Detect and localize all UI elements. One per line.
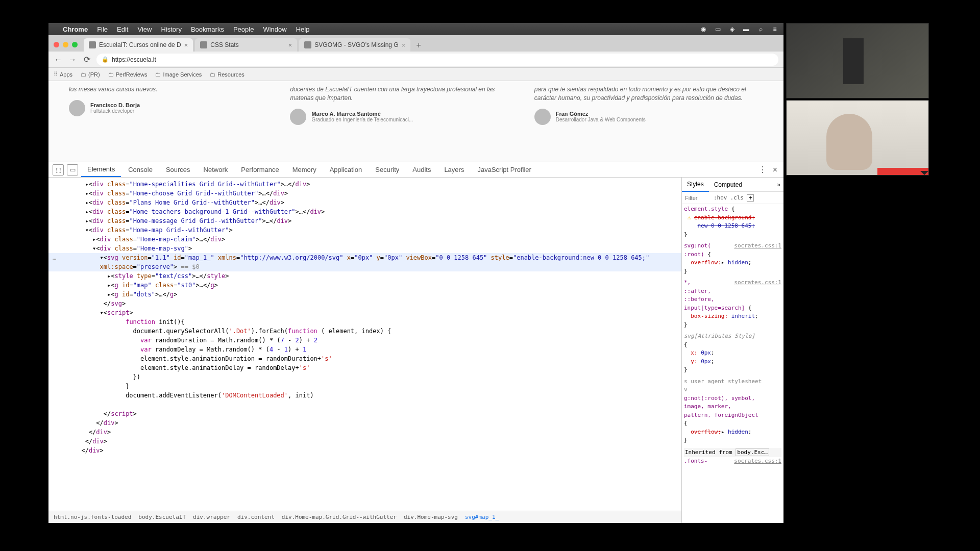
dropdown-arrow-icon [920, 171, 928, 175]
menu-bookmarks[interactable]: Bookmarks [191, 26, 224, 33]
hov-toggle[interactable]: :hov [714, 194, 727, 201]
crumb[interactable]: div.wrapper [193, 514, 230, 520]
bookmark-folder[interactable]: 🗀Image Services [155, 71, 202, 78]
devtools-panel: ⬚ ▭ Elements Console Sources Network Per… [48, 162, 783, 523]
favicon [89, 41, 96, 48]
tab-security[interactable]: Security [369, 163, 405, 177]
css-rules[interactable]: element.style { ⚠ enable-background: new… [682, 204, 783, 523]
battery-icon[interactable]: ▬ [743, 26, 750, 33]
device-toolbar-icon[interactable]: ▭ [67, 164, 78, 176]
bookmarks-bar: ⠿Apps 🗀(PR) 🗀PerfReviews 🗀Image Services… [48, 68, 783, 81]
crumb-active[interactable]: svg#map_1_ [465, 514, 499, 520]
devtools-menu-icon[interactable]: ⋮ [755, 165, 770, 174]
status-icon: ◉ [700, 26, 707, 33]
tab-elements[interactable]: Elements [81, 162, 121, 177]
reload-button[interactable]: ⟳ [82, 55, 91, 64]
macos-menubar: Chrome File Edit View History Bookmarks … [48, 23, 783, 35]
author-role: Fullstack developer [90, 108, 140, 114]
menu-window[interactable]: Window [263, 26, 286, 33]
tab-performance[interactable]: Performance [235, 163, 285, 177]
author-role: Graduado en Ingeniería de Telecomunicaci… [311, 117, 413, 122]
author-name: Marco A. Iñarrea Santomé [311, 111, 413, 117]
webcam-overlay-2 [786, 100, 929, 176]
dom-breadcrumb[interactable]: html.no-js.fonts-loaded body.EscuelaIT d… [48, 511, 681, 523]
close-tab-icon[interactable]: × [402, 41, 406, 49]
favicon [304, 41, 311, 48]
menu-help[interactable]: Help [296, 26, 310, 33]
menu-icon[interactable]: ≡ [771, 26, 778, 33]
bookmark-folder[interactable]: 🗀(PR) [81, 71, 100, 78]
back-button[interactable]: ← [54, 55, 63, 64]
window-controls [52, 42, 82, 52]
forward-button[interactable]: → [68, 55, 77, 64]
author-block: Marco A. Iñarrea Santomé Graduado en Ing… [290, 109, 519, 125]
menu-people[interactable]: People [233, 26, 254, 33]
tab-audits[interactable]: Audits [406, 163, 437, 177]
menu-history[interactable]: History [161, 26, 181, 33]
menu-edit[interactable]: Edit [117, 26, 128, 33]
menu-file[interactable]: File [97, 26, 108, 33]
styles-panel: Styles Computed » :hov .cls + element.st… [681, 178, 783, 523]
bookmark-folder[interactable]: 🗀PerfReviews [108, 71, 148, 78]
tab-inactive[interactable]: SVGOMG - SVGO's Missing G × [299, 38, 410, 52]
tab-memory[interactable]: Memory [286, 163, 323, 177]
display-icon[interactable]: ▭ [714, 26, 721, 33]
app-name[interactable]: Chrome [63, 26, 88, 33]
minimize-window-icon[interactable] [63, 42, 68, 47]
filter-input[interactable] [685, 195, 710, 201]
avatar [69, 100, 85, 116]
author-block: Fran Gómez Desarrollador Java & Web Comp… [534, 109, 763, 125]
tab-active[interactable]: EscuelaIT: Cursos online de D × [84, 38, 193, 52]
inspect-element-icon[interactable]: ⬚ [53, 164, 64, 176]
maximize-window-icon[interactable] [72, 42, 78, 47]
tab-styles[interactable]: Styles [682, 178, 709, 192]
testimonial-text: los meses varios cursos nuevos. [69, 85, 275, 94]
avatar [290, 109, 306, 125]
tab-sources[interactable]: Sources [160, 163, 197, 177]
lock-icon: 🔒 [102, 56, 109, 63]
devtools-tabs: ⬚ ▭ Elements Console Sources Network Per… [48, 162, 783, 178]
tab-strip: EscuelaIT: Cursos online de D × CSS Stat… [48, 35, 783, 52]
crumb[interactable]: body.EscuelaIT [138, 514, 186, 520]
bookmark-folder[interactable]: 🗀Resources [210, 71, 244, 78]
author-role: Desarrollador Java & Web Components [556, 117, 646, 122]
tab-title: CSS Stats [210, 41, 238, 48]
new-tab-button[interactable]: + [412, 39, 425, 52]
devtools-close-icon[interactable]: × [771, 165, 779, 174]
author-name: Francisco D. Borja [90, 102, 140, 108]
testimonial-text: para que te sientas respaldado en todo m… [534, 85, 763, 103]
menu-view[interactable]: View [137, 26, 152, 33]
browser-toolbar: ← → ⟳ 🔒 https://escuela.it [48, 52, 783, 68]
wifi-icon[interactable]: ◈ [728, 26, 736, 33]
tab-network[interactable]: Network [198, 163, 234, 177]
favicon [200, 41, 207, 48]
tab-jsprofiler[interactable]: JavaScript Profiler [471, 163, 537, 177]
close-tab-icon[interactable]: × [184, 41, 188, 49]
search-icon[interactable]: ⌕ [757, 26, 764, 33]
address-bar[interactable]: 🔒 https://escuela.it [96, 54, 778, 66]
tab-console[interactable]: Console [122, 163, 159, 177]
crumb[interactable]: div.Home-map-svg [404, 514, 458, 520]
new-rule-icon[interactable]: + [747, 194, 754, 202]
author-block: Francisco D. Borja Fullstack developer [69, 100, 275, 116]
page-content: los meses varios cursos nuevos. Francisc… [48, 81, 783, 162]
close-window-icon[interactable] [54, 42, 59, 47]
tab-title: EscuelaIT: Cursos online de D [99, 41, 181, 48]
more-tabs-icon[interactable]: » [774, 181, 783, 188]
chrome-window: EscuelaIT: Cursos online de D × CSS Stat… [48, 35, 783, 523]
crumb[interactable]: div.Home-map.Grid.Grid--withGutter [282, 514, 397, 520]
close-tab-icon[interactable]: × [288, 41, 292, 49]
tab-computed[interactable]: Computed [709, 178, 747, 191]
cls-toggle[interactable]: .cls [730, 194, 744, 201]
apps-shortcut[interactable]: ⠿Apps [54, 71, 72, 78]
tab-layers[interactable]: Layers [438, 163, 470, 177]
url-text: https://escuela.it [112, 56, 156, 63]
crumb[interactable]: html.no-js.fonts-loaded [54, 514, 131, 520]
tab-inactive[interactable]: CSS Stats × [195, 38, 297, 52]
crumb[interactable]: div.content [237, 514, 275, 520]
styles-tabs: Styles Computed » [682, 178, 783, 192]
tab-application[interactable]: Application [324, 163, 369, 177]
dom-tree[interactable]: ▸<div class="Home-specialities Grid Grid… [48, 178, 681, 511]
avatar [534, 109, 551, 125]
webcam-overlay-1 [786, 23, 929, 98]
